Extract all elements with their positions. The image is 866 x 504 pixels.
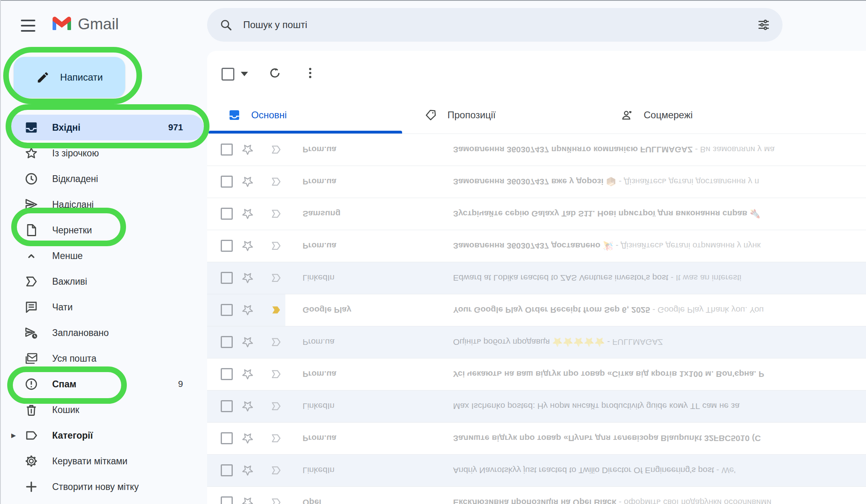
star-icon[interactable] bbox=[241, 207, 254, 221]
sidebar-item-allmail[interactable]: Уся пошта bbox=[6, 346, 204, 371]
email-row[interactable]: Samsung Зустрічайте серію Galaxy Tab S11… bbox=[207, 198, 866, 230]
star-icon[interactable] bbox=[241, 271, 254, 285]
importance-marker-icon[interactable] bbox=[269, 272, 283, 284]
refresh-icon[interactable] bbox=[268, 66, 282, 80]
email-checkbox[interactable] bbox=[221, 465, 233, 477]
email-checkbox[interactable] bbox=[221, 304, 233, 316]
expand-arrow-icon[interactable]: ▶ bbox=[11, 432, 17, 439]
star-icon[interactable] bbox=[241, 464, 254, 478]
gmail-m-icon bbox=[51, 15, 72, 33]
email-checkbox[interactable] bbox=[221, 336, 233, 348]
gmail-wordmark: Gmail bbox=[78, 15, 119, 33]
star-icon[interactable] bbox=[241, 175, 254, 189]
email-checkbox[interactable] bbox=[221, 144, 233, 156]
search-icon[interactable] bbox=[219, 18, 233, 32]
email-subject: Andriy Navrotskyy just reacted to Twilio… bbox=[453, 466, 714, 476]
compose-button[interactable]: Написати bbox=[14, 57, 125, 98]
email-sender: LinkedIn bbox=[303, 466, 334, 476]
importance-marker-icon[interactable] bbox=[269, 433, 283, 445]
star-icon[interactable] bbox=[241, 496, 254, 504]
sidebar-item-sent[interactable]: Надіслані bbox=[6, 192, 204, 217]
importance-marker-icon[interactable] bbox=[269, 304, 283, 316]
email-subject-snippet: Max Ischenko posted: Ну норм инсайт prod… bbox=[453, 402, 866, 411]
email-checkbox[interactable] bbox=[221, 208, 233, 220]
email-row[interactable]: Opel Ексклюзивна пропозиція на Opel Blac… bbox=[207, 487, 866, 504]
sidebar-item-important[interactable]: Важливі bbox=[6, 269, 204, 294]
active-tab-underline bbox=[209, 131, 402, 134]
email-row[interactable]: LinkedIn Andriy Navrotskyy just reacted … bbox=[207, 455, 866, 487]
sidebar-item-chats[interactable]: Чати bbox=[6, 294, 204, 320]
sidebar-item-manage-labels[interactable]: Керувати мітками bbox=[6, 448, 204, 474]
sidebar-item-snoozed[interactable]: Відкладені bbox=[6, 166, 204, 192]
email-row[interactable]: LinkedIn Edward at Lobika reacted to ZAS… bbox=[207, 262, 866, 294]
chat-icon bbox=[24, 300, 39, 314]
sidebar-item-label: Менше bbox=[52, 251, 83, 261]
importance-marker-icon[interactable] bbox=[269, 465, 283, 477]
sidebar-item-label: Чернетки bbox=[52, 225, 92, 236]
sidebar-item-count: 971 bbox=[168, 122, 183, 133]
search-input[interactable]: Пошук у пошті bbox=[243, 19, 757, 30]
star-icon[interactable] bbox=[241, 368, 254, 381]
star-icon[interactable] bbox=[241, 400, 254, 413]
sidebar-item-create-label[interactable]: Створити нову мітку bbox=[6, 474, 204, 500]
email-subject: Залиште відгук про товар «Пульт для теле… bbox=[453, 434, 761, 443]
tab-promotions[interactable]: Пропозиції bbox=[403, 96, 600, 134]
importance-marker-icon[interactable] bbox=[269, 240, 283, 252]
email-sender: Prom.ua bbox=[303, 178, 336, 187]
tab-social[interactable]: Соцмережі bbox=[600, 96, 796, 134]
email-row[interactable]: LinkedIn Max Ischenko posted: Ну норм ин… bbox=[207, 391, 866, 423]
sidebar-item-less[interactable]: Менше bbox=[6, 243, 204, 269]
primary-tab-icon bbox=[228, 109, 241, 121]
email-row[interactable]: Google Play Your Google Play Order Recei… bbox=[207, 294, 866, 326]
email-subject-snippet: Andriy Navrotskyy just reacted to Twilio… bbox=[453, 466, 866, 476]
importance-marker-icon[interactable] bbox=[269, 368, 283, 381]
email-checkbox[interactable] bbox=[221, 401, 233, 413]
sidebar-item-label: Вхідні bbox=[52, 122, 80, 133]
email-checkbox[interactable] bbox=[221, 176, 233, 188]
tab-primary[interactable]: Основні bbox=[207, 96, 403, 134]
star-icon[interactable] bbox=[241, 432, 254, 445]
sidebar-item-starred[interactable]: Із зірочкою bbox=[6, 140, 204, 166]
email-sender: Prom.ua bbox=[303, 146, 336, 155]
email-row[interactable]: Prom.ua Замовлення 360307437 прийнято ко… bbox=[207, 134, 866, 166]
email-row[interactable]: Prom.ua Замовлення 360307437 доставлено … bbox=[207, 230, 866, 262]
email-subject-snippet: Edward at Lobika reacted to ZAS Ventures… bbox=[453, 273, 866, 283]
email-checkbox[interactable] bbox=[221, 433, 233, 445]
email-subject-snippet: Замовлення 360307437 прийнято компанією … bbox=[453, 145, 866, 155]
email-checkbox[interactable] bbox=[221, 240, 233, 252]
email-checkbox[interactable] bbox=[221, 368, 233, 381]
importance-marker-icon[interactable] bbox=[269, 176, 283, 188]
importance-marker-icon[interactable] bbox=[269, 208, 283, 220]
more-options-kebab-icon[interactable] bbox=[303, 66, 317, 80]
importance-marker-icon[interactable] bbox=[269, 336, 283, 348]
importance-marker-icon[interactable] bbox=[269, 497, 283, 504]
star-icon[interactable] bbox=[241, 336, 254, 349]
importance-marker-icon[interactable] bbox=[269, 401, 283, 413]
sidebar-item-trash[interactable]: Кошик bbox=[6, 397, 204, 423]
email-checkbox[interactable] bbox=[221, 272, 233, 284]
sidebar-item-spam[interactable]: Спам 9 bbox=[6, 371, 204, 397]
hamburger-menu-icon[interactable] bbox=[21, 18, 37, 33]
search-filter-tune-icon[interactable] bbox=[757, 18, 770, 32]
email-subject: Замовлення 360307437 прийнято компанією … bbox=[453, 146, 693, 155]
star-icon[interactable] bbox=[241, 239, 254, 253]
gear-icon bbox=[24, 454, 39, 468]
email-row[interactable]: Prom.ua Усі чекають на ваш відгук про то… bbox=[207, 358, 866, 391]
email-subject: Edward at Lobika reacted to ZAS Ventures… bbox=[453, 274, 668, 283]
sidebar-item-inbox[interactable]: Вхідні 971 bbox=[6, 115, 204, 140]
search-bar[interactable]: Пошук у пошті bbox=[207, 8, 783, 42]
sidebar-item-scheduled[interactable]: Заплановано bbox=[6, 320, 204, 346]
star-icon[interactable] bbox=[241, 304, 254, 317]
select-dropdown-caret-icon[interactable] bbox=[241, 72, 248, 76]
star-icon[interactable] bbox=[241, 143, 254, 157]
select-all-checkbox[interactable] bbox=[222, 68, 234, 81]
email-checkbox[interactable] bbox=[221, 497, 233, 504]
email-row[interactable]: Prom.ua Залиште відгук про товар «Пульт … bbox=[207, 423, 866, 455]
sidebar-item-drafts[interactable]: Чернетки bbox=[6, 217, 204, 243]
email-subject-snippet: Замовлення 360307437 доставлено 🎉 - Дізн… bbox=[453, 241, 866, 251]
email-row[interactable]: Prom.ua Оцініть роботу продавця ⭐⭐⭐⭐⭐ - … bbox=[207, 326, 866, 358]
importance-marker-icon[interactable] bbox=[269, 144, 283, 156]
sidebar-item-categories[interactable]: ▶ Категорії bbox=[6, 423, 204, 448]
email-row[interactable]: Prom.ua Замовлення 360307437 вже у дороз… bbox=[207, 166, 866, 198]
email-sender: Google Play bbox=[303, 306, 351, 315]
